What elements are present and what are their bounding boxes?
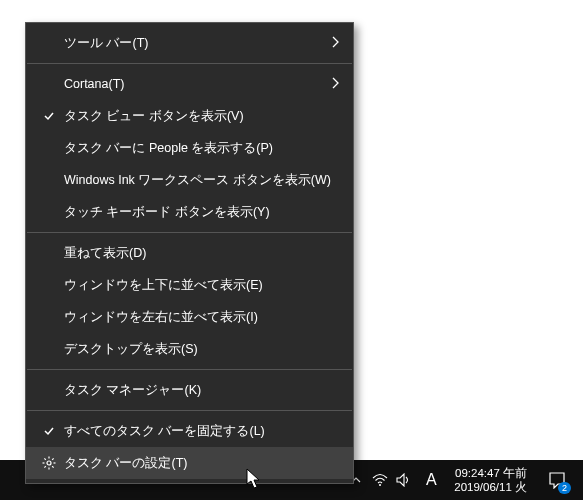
menu-label: Windows Ink ワークスペース ボタンを表示(W): [64, 172, 339, 189]
clock-date: 2019/06/11 火: [454, 480, 527, 494]
menu-label: ウィンドウを上下に並べて表示(E): [64, 277, 339, 294]
menu-show-desktop[interactable]: デスクトップを表示(S): [26, 333, 353, 365]
menu-cortana[interactable]: Cortana(T): [26, 68, 353, 100]
ime-mode: A: [426, 471, 437, 489]
separator: [27, 63, 352, 64]
menu-label: すべてのタスク バーを固定する(L): [64, 423, 339, 440]
separator: [27, 410, 352, 411]
menu-sidebyside-windows[interactable]: ウィンドウを左右に並べて表示(I): [26, 301, 353, 333]
svg-line-8: [52, 458, 53, 459]
menu-show-touch-keyboard[interactable]: タッチ キーボード ボタンを表示(Y): [26, 196, 353, 228]
separator: [27, 369, 352, 370]
menu-label: タッチ キーボード ボタンを表示(Y): [64, 204, 339, 221]
menu-label: タスク バーの設定(T): [64, 455, 339, 472]
checkmark-icon: [40, 110, 58, 122]
menu-taskbar-settings[interactable]: タスク バーの設定(T): [26, 447, 353, 479]
menu-show-people[interactable]: タスク バーに People を表示する(P): [26, 132, 353, 164]
action-center-icon[interactable]: 2: [535, 460, 579, 500]
menu-label: 重ねて表示(D): [64, 245, 339, 262]
menu-label: ウィンドウを左右に並べて表示(I): [64, 309, 339, 326]
menu-stack-windows[interactable]: ウィンドウを上下に並べて表示(E): [26, 269, 353, 301]
svg-point-0: [379, 484, 381, 486]
menu-label: タスク ビュー ボタンを表示(V): [64, 108, 339, 125]
gear-icon: [40, 456, 58, 470]
svg-line-7: [52, 466, 53, 467]
menu-show-ink-workspace[interactable]: Windows Ink ワークスペース ボタンを表示(W): [26, 164, 353, 196]
svg-line-6: [44, 458, 45, 459]
menu-label: ツール バー(T): [64, 35, 331, 52]
submenu-arrow-icon: [331, 35, 339, 51]
volume-icon[interactable]: [392, 460, 416, 500]
menu-cascade-windows[interactable]: 重ねて表示(D): [26, 237, 353, 269]
wifi-icon[interactable]: [368, 460, 392, 500]
checkmark-icon: [40, 425, 58, 437]
clock-time: 09:24:47 午前: [455, 466, 527, 480]
menu-label: タスク バーに People を表示する(P): [64, 140, 339, 157]
svg-point-1: [47, 461, 51, 465]
taskbar-context-menu: ツール バー(T) Cortana(T) タスク ビュー ボタンを表示(V) タ…: [25, 22, 354, 484]
menu-label: タスク マネージャー(K): [64, 382, 339, 399]
notification-badge: 2: [558, 482, 571, 494]
menu-label: デスクトップを表示(S): [64, 341, 339, 358]
menu-lock-all-taskbars[interactable]: すべてのタスク バーを固定する(L): [26, 415, 353, 447]
system-tray: A 09:24:47 午前 2019/06/11 火 2: [344, 460, 583, 500]
svg-line-9: [44, 466, 45, 467]
ime-indicator[interactable]: A: [416, 460, 446, 500]
menu-show-taskview-button[interactable]: タスク ビュー ボタンを表示(V): [26, 100, 353, 132]
clock[interactable]: 09:24:47 午前 2019/06/11 火: [446, 460, 535, 500]
separator: [27, 232, 352, 233]
menu-task-manager[interactable]: タスク マネージャー(K): [26, 374, 353, 406]
menu-toolbars[interactable]: ツール バー(T): [26, 27, 353, 59]
menu-label: Cortana(T): [64, 77, 331, 91]
submenu-arrow-icon: [331, 76, 339, 92]
